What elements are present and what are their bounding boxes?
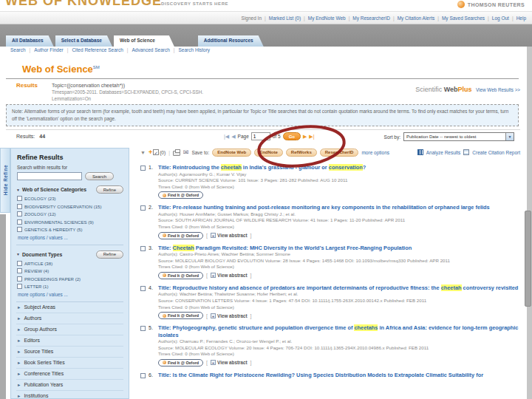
more-options-values-link[interactable]: more options / values ... xyxy=(18,235,123,240)
view-abstract-link[interactable]: +View abstract xyxy=(211,313,247,318)
result-checkbox[interactable] xyxy=(140,246,146,251)
utility-link-my-saved-searches[interactable]: My Saved Searches xyxy=(442,16,485,21)
first-page-icon[interactable]: |◀ xyxy=(224,134,229,140)
find-it-button[interactable]: Find It @ Oxford xyxy=(158,359,203,366)
page-number-input[interactable] xyxy=(251,132,270,140)
refine-section-book-series-titles[interactable]: ►Book Series Titles xyxy=(16,357,123,368)
refine-section-publication-years[interactable]: ►Publication Years xyxy=(16,379,123,390)
print-icon[interactable] xyxy=(173,151,180,156)
result-times-cited: Times Cited: 0 (from Web of Science) xyxy=(158,304,522,311)
scrollbar-thumb[interactable] xyxy=(525,211,531,307)
result-checkbox[interactable] xyxy=(140,326,146,331)
filter-option-ecology-23: ECOLOGY (23) xyxy=(17,196,123,201)
result-checkbox[interactable] xyxy=(140,373,146,378)
view-abstract-link[interactable]: +View abstract xyxy=(211,233,247,238)
refine-section-group-authors[interactable]: ►Group Authors xyxy=(16,324,123,335)
result-title-link[interactable]: Title: Is the Climate Right for Pleistoc… xyxy=(158,372,522,379)
filter-checkbox[interactable] xyxy=(17,268,22,273)
result-title-link[interactable]: Title: Cheetah Paradigm Revisited: MHC D… xyxy=(158,245,522,252)
result-checkbox[interactable] xyxy=(140,205,146,211)
go-button[interactable]: Go xyxy=(283,132,301,140)
tab-select-a-database[interactable]: Select a Database xyxy=(55,35,112,47)
collapse-arrow-icon[interactable]: ▼ xyxy=(16,252,20,256)
more-options-link[interactable]: more options xyxy=(361,150,389,155)
next-page-icon[interactable]: ▶ xyxy=(303,134,307,140)
trademark-superscript: SM xyxy=(93,65,100,69)
utility-link-marked-list-0[interactable]: Marked List (0) xyxy=(269,16,301,21)
filter-label: ZOOLOGY (12) xyxy=(24,211,56,216)
subnav-search-history[interactable]: Search History xyxy=(179,47,211,52)
view-abstract-link[interactable]: +View abstract xyxy=(211,273,247,278)
save-to-refworks-button[interactable]: RefWorks xyxy=(286,149,317,157)
find-it-button[interactable]: Find It @ Oxford xyxy=(158,191,203,199)
search-within-input[interactable] xyxy=(17,172,82,180)
sort-select[interactable]: Publication Date -- newest to oldest ▼ xyxy=(403,132,514,141)
subnav-author-finder[interactable]: Author Finder xyxy=(34,47,63,52)
sort-label: Sort by: xyxy=(384,134,400,140)
highlighted-term: Cheetah xyxy=(173,245,194,251)
tab-additional-resources[interactable]: Additional Resources xyxy=(198,35,264,47)
filter-checkbox[interactable] xyxy=(17,284,22,289)
result-authors: Author(s): Agoramoorthy G.; Kumar V. Vij… xyxy=(158,171,522,178)
utility-link-signed-in[interactable]: Signed In xyxy=(242,16,262,21)
divider: | xyxy=(265,16,266,21)
citation-report-icon xyxy=(463,149,469,155)
collapse-arrow-icon[interactable]: ▼ xyxy=(16,188,20,192)
filter-checkbox[interactable] xyxy=(17,204,22,209)
refine-section-authors[interactable]: ►Authors xyxy=(16,313,123,324)
filter-label: ECOLOGY (23) xyxy=(24,196,56,201)
find-it-button[interactable]: Find It @ Oxford xyxy=(158,232,203,239)
refine-section-institutions[interactable]: ►Institutions xyxy=(16,390,123,399)
result-checkbox[interactable] xyxy=(140,166,146,171)
group-title: Document Types xyxy=(22,252,94,257)
utility-link-my-citation-alerts[interactable]: My Citation Alerts xyxy=(398,16,435,21)
refine-section-editors[interactable]: ►Editors xyxy=(16,335,123,346)
utility-link-my-endnote-web[interactable]: My EndNote Web xyxy=(308,16,346,21)
hide-refine-tab[interactable]: Hide Refine xyxy=(0,148,10,213)
refine-button[interactable]: Refine xyxy=(96,250,123,259)
subnav-cited-reference-search[interactable]: Cited Reference Search xyxy=(72,47,123,52)
result-title-link[interactable]: Title: Pre-release hunting training and … xyxy=(158,204,522,211)
filter-checkbox[interactable] xyxy=(17,227,22,232)
utility-bar: Signed In|Marked List (0)|My EndNote Web… xyxy=(0,11,532,24)
result-title-link[interactable]: Title: Reintroducing the cheetah in Indi… xyxy=(158,164,522,171)
add-to-marked-list-button[interactable]: + ✓ (0) xyxy=(149,149,166,156)
utility-link-help[interactable]: Help xyxy=(516,16,526,21)
save-to-endnote-button[interactable]: EndNote xyxy=(254,149,283,157)
tab-all-databases[interactable]: All Databases xyxy=(6,35,54,47)
refine-section-conference-titles[interactable]: ►Conference Titles xyxy=(16,368,123,379)
refine-section-source-titles[interactable]: ►Source Titles xyxy=(16,346,123,357)
more-options-values-link[interactable]: more options / values ... xyxy=(18,292,123,297)
result-checkbox[interactable] xyxy=(140,286,146,291)
result-title-link[interactable]: Title: Phylogeography, genetic structure… xyxy=(158,324,522,338)
save-to-researcherid-button[interactable]: ResearcherID xyxy=(320,149,359,157)
utility-link-my-researcherid[interactable]: My ResearcherID xyxy=(352,16,390,21)
save-to-endnote-web-button[interactable]: EndNote Web xyxy=(212,149,251,157)
subnav-search[interactable]: Search xyxy=(10,47,26,52)
filter-label: PROCEEDINGS PAPER (2) xyxy=(24,276,81,282)
filter-checkbox[interactable] xyxy=(17,196,22,201)
view-abstract-link[interactable]: +View abstract xyxy=(211,360,247,365)
view-web-results-link[interactable]: View Web Results >> xyxy=(476,87,520,92)
filter-checkbox[interactable] xyxy=(17,211,22,216)
filter-checkbox[interactable] xyxy=(17,276,22,282)
refine-button[interactable]: Refine xyxy=(96,185,123,194)
utility-link-log-out[interactable]: Log Out xyxy=(492,16,509,21)
last-page-icon[interactable]: ▶| xyxy=(309,134,314,140)
result-title-link[interactable]: Title: Reproductive history and absence … xyxy=(158,284,522,292)
search-within-button[interactable]: Search xyxy=(85,172,114,180)
filter-checkbox[interactable] xyxy=(17,219,22,225)
result-number: 2. xyxy=(149,204,158,239)
subnav-advanced-search[interactable]: Advanced Search xyxy=(132,47,169,52)
result-source: Source: CURRENT SCIENCE Volume: 101 Issu… xyxy=(158,177,522,184)
refine-section-subject-areas[interactable]: ►Subject Areas xyxy=(16,301,123,313)
email-icon[interactable]: ✉ xyxy=(183,149,189,156)
select-records-dropdown-icon[interactable]: ▼ xyxy=(140,150,146,155)
previous-page-icon[interactable]: ◀ xyxy=(231,134,235,140)
filter-checkbox[interactable] xyxy=(17,261,22,266)
tab-web-of-science[interactable]: Web of Science xyxy=(114,35,174,47)
create-citation-report-link[interactable]: Create Citation Report xyxy=(472,150,520,155)
analyze-results-link[interactable]: Analyze Results xyxy=(426,150,461,155)
find-it-button[interactable]: Find It @ Oxford xyxy=(158,272,203,279)
find-it-button[interactable]: Find It @ Oxford xyxy=(158,312,203,319)
